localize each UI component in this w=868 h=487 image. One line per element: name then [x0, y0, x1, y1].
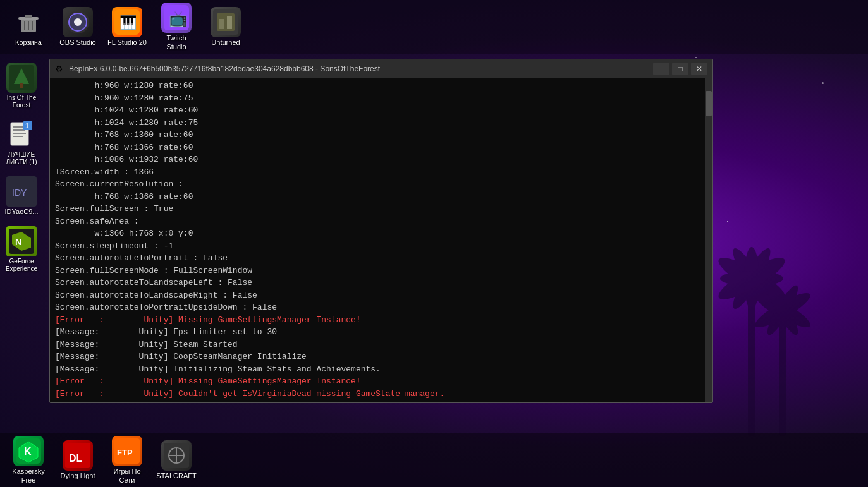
svg-rect-35	[13, 133, 26, 134]
taskbar-recycle[interactable]: Корзина	[6, 4, 51, 49]
svg-text:FTP: FTP	[117, 448, 133, 457]
taskbar-top: Корзина OBS Studio 🎹 FL Stüdio 20	[0, 0, 868, 54]
console-line: Screen.fullScreenMode : FullScreenWindow	[55, 265, 700, 277]
console-window: ⚙ BepInEx 6.0.0-be.667+6b500b35727716f8b…	[49, 59, 713, 403]
svg-text:K: K	[24, 446, 32, 457]
obs-icon	[63, 7, 93, 37]
desktop: Корзина OBS Studio 🎹 FL Stüdio 20	[0, 0, 868, 487]
console-line: h:1086 w:1932 rate:60	[55, 153, 700, 166]
svg-rect-14	[25, 15, 32, 18]
console-line: h:768 w:1366 rate:60	[55, 191, 700, 203]
svg-text:📺: 📺	[169, 9, 188, 28]
console-line: Screen.safeArea :	[55, 215, 700, 228]
console-line: Screen.autorotateToLandscapeLeft : False	[55, 277, 700, 289]
ftp-label: Игры По Сети	[107, 467, 147, 484]
console-line: Screen.autorotateToPortrait : False	[55, 252, 700, 265]
unknown-game-sidebar[interactable]: IDY IDYaoC9...	[2, 174, 41, 219]
twitch-label: Twitch Studio	[157, 34, 196, 51]
console-line: [Error : Unity] Missing GameSettingsMana…	[55, 375, 700, 388]
svg-text:DL: DL	[69, 453, 83, 464]
dying-light-app-icon: DL	[63, 440, 93, 471]
console-line: Screen.autorotateToPortraitUpsideDown : …	[55, 301, 700, 314]
console-line: [Message: Unity] Fps Limiter set to 30	[55, 326, 700, 339]
recycle-label: Корзина	[15, 39, 42, 47]
console-output[interactable]: h:800 w:1280 rate:60 h:800 w:1280 rate:7…	[50, 78, 705, 402]
console-line: Screen.autorotateToLandscapeRight : Fals…	[55, 289, 700, 302]
console-line: [Message: Unity] CoopSteamManager Initia…	[55, 351, 700, 363]
obs-label: OBS Studio	[59, 39, 95, 47]
svg-rect-31	[20, 83, 23, 88]
unknown-game-icon: IDY	[6, 176, 37, 207]
console-line: h:1024 w:1280 rate:75	[55, 117, 700, 129]
twitch-studio-icon[interactable]: 📺 Twitch Studio	[154, 0, 199, 53]
close-button[interactable]: ✕	[691, 63, 707, 75]
console-line: [Message: Unity] Steam Started	[55, 339, 700, 351]
nvidia-sidebar[interactable]: N GeForce Experience	[2, 224, 41, 275]
fl-icon: 🎹	[112, 7, 142, 37]
console-line: Screen.fullScreen : True	[55, 203, 700, 215]
console-line: [Message: Unity] Initializing Steam Stat…	[55, 363, 700, 376]
svg-text:IDY: IDY	[12, 188, 27, 198]
maximize-button[interactable]: □	[672, 63, 688, 75]
stalcraft-app-icon	[161, 440, 192, 471]
document-sidebar[interactable]: 1 ЛУЧШИЕ ЛИСТИ (1)	[2, 117, 41, 169]
nvidia-icon: N	[6, 226, 37, 256]
svg-rect-28	[227, 16, 232, 29]
unturned-icon[interactable]: Unturned	[204, 4, 248, 49]
svg-text:🎹: 🎹	[119, 14, 137, 31]
console-line: h:768 w:1366 rate:60	[55, 141, 700, 154]
fl-label: FL Stüdio 20	[107, 39, 147, 47]
console-scrollbar[interactable]	[705, 78, 712, 402]
svg-rect-34	[13, 129, 25, 131]
console-line: [Error : Unity] Missing GameSettingsMana…	[55, 314, 700, 327]
dying-light-icon[interactable]: DL Dying Light	[56, 438, 100, 483]
svg-point-20	[74, 18, 82, 26]
unturned-label: Unturned	[211, 39, 240, 47]
svg-rect-36	[13, 136, 23, 137]
obs-studio-icon[interactable]: OBS Studio	[56, 4, 100, 49]
console-line: Screen.sleepTimeout : -1	[55, 240, 700, 253]
sons-label: Ins Of The Forest	[4, 94, 39, 109]
title-buttons: ─ □ ✕	[653, 63, 707, 75]
sons-icon	[6, 63, 37, 93]
console-body: h:800 w:1280 rate:60 h:800 w:1280 rate:7…	[50, 78, 712, 402]
console-line: h:960 w:1280 rate:75	[55, 92, 700, 105]
recycle-icon	[13, 7, 44, 37]
console-line: [Error : Unity] Couldn't get IsVirginiaD…	[55, 388, 700, 400]
svg-text:N: N	[15, 237, 21, 247]
kaspersky-label: Kaspersky Free	[9, 467, 48, 484]
kaspersky-icon[interactable]: K Kaspersky Free	[6, 433, 51, 486]
console-line: TScreen.width : 1366	[55, 166, 700, 179]
svg-rect-1	[779, 310, 786, 436]
sidebar: Ins Of The Forest 1 ЛУЧШИЕ ЛИСТИ (1)	[0, 54, 43, 433]
ftp-app-icon: FTP	[112, 436, 142, 466]
dying-light-label: Dying Light	[60, 472, 95, 480]
twitch-icon: 📺	[161, 3, 192, 33]
svg-text:1: 1	[25, 123, 29, 129]
unknown-game-label: IDYaoC9...	[5, 208, 39, 216]
sons-of-forest-sidebar[interactable]: Ins Of The Forest	[2, 60, 41, 112]
console-line: h:960 w:1280 rate:60	[55, 80, 700, 92]
console-line: h:1024 w:1280 rate:60	[55, 104, 700, 117]
svg-point-7	[720, 271, 783, 286]
unturned-game-icon	[211, 7, 241, 37]
kaspersky-app-icon: K	[13, 436, 44, 466]
nvidia-label: GeForce Experience	[4, 258, 39, 273]
taskbar-bottom: K Kaspersky Free DL Dying Light FTP	[0, 433, 868, 487]
ftp-icon[interactable]: FTP Игры По Сети	[105, 433, 149, 486]
console-title-text: BepInEx 6.0.0-be.667+6b500b35727716f8ba1…	[69, 64, 653, 73]
console-line: h:768 w:1360 rate:60	[55, 129, 700, 141]
fl-studio-icon[interactable]: 🎹 FL Stüdio 20	[105, 4, 149, 49]
console-title-icon: ⚙	[55, 64, 65, 74]
svg-rect-27	[219, 19, 224, 29]
console-line: Screen.currentResolution :	[55, 178, 700, 191]
document-label: ЛУЧШИЕ ЛИСТИ (1)	[4, 151, 39, 166]
minimize-button[interactable]: ─	[653, 63, 669, 75]
scrollbar-thumb[interactable]	[706, 91, 712, 116]
stalcraft-label: STALCRAFT	[156, 472, 196, 480]
console-line: w:1366 h:768 x:0 y:0	[55, 227, 700, 240]
stalcraft-icon[interactable]: STALCRAFT	[154, 438, 199, 483]
document-icon: 1	[6, 119, 37, 150]
console-titlebar: ⚙ BepInEx 6.0.0-be.667+6b500b35727716f8b…	[50, 59, 712, 78]
